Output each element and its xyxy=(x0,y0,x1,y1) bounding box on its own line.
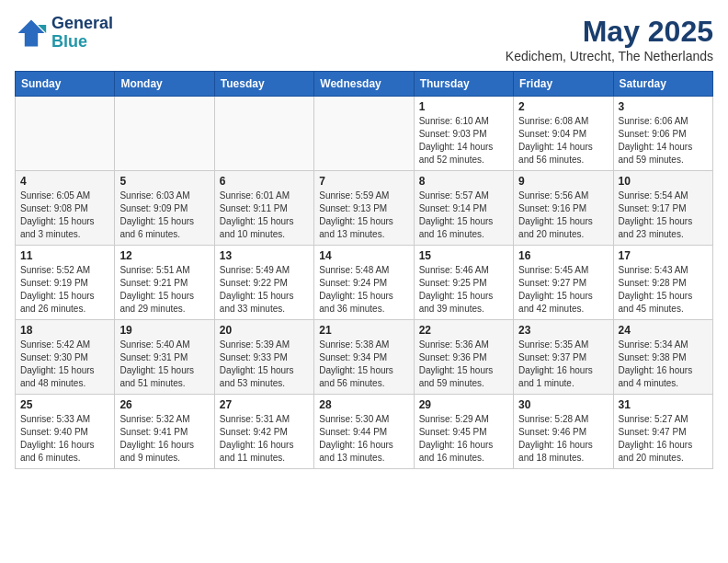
day-number: 23 xyxy=(518,324,608,337)
calendar-cell: 1Sunrise: 6:10 AM Sunset: 9:03 PM Daylig… xyxy=(414,97,513,171)
day-number: 6 xyxy=(220,175,309,188)
title-area: May 2025 Kedichem, Utrecht, The Netherla… xyxy=(506,15,713,63)
day-number: 21 xyxy=(319,324,408,337)
calendar-cell: 9Sunrise: 5:56 AM Sunset: 9:16 PM Daylig… xyxy=(514,171,613,246)
day-number: 29 xyxy=(419,398,508,411)
calendar-cell: 21Sunrise: 5:38 AM Sunset: 9:34 PM Dayli… xyxy=(314,320,414,395)
day-number: 24 xyxy=(619,324,708,337)
day-content: Sunrise: 5:51 AM Sunset: 9:21 PM Dayligh… xyxy=(119,264,209,316)
day-content: Sunrise: 5:43 AM Sunset: 9:28 PM Dayligh… xyxy=(619,264,708,316)
location: Kedichem, Utrecht, The Netherlands xyxy=(506,49,713,63)
calendar-cell: 31Sunrise: 5:27 AM Sunset: 9:47 PM Dayli… xyxy=(613,395,712,469)
day-number: 9 xyxy=(518,175,608,188)
day-number: 31 xyxy=(619,398,708,411)
calendar-cell: 29Sunrise: 5:29 AM Sunset: 9:45 PM Dayli… xyxy=(414,395,513,469)
day-content: Sunrise: 5:39 AM Sunset: 9:33 PM Dayligh… xyxy=(220,339,309,390)
day-number: 20 xyxy=(220,324,309,337)
calendar-cell: 2Sunrise: 6:08 AM Sunset: 9:04 PM Daylig… xyxy=(514,97,613,171)
calendar-cell: 30Sunrise: 5:28 AM Sunset: 9:46 PM Dayli… xyxy=(514,395,613,469)
day-number: 28 xyxy=(319,398,408,411)
calendar-week-row: 18Sunrise: 5:42 AM Sunset: 9:30 PM Dayli… xyxy=(16,320,713,395)
weekday-header: Sunday xyxy=(16,72,115,97)
day-number: 19 xyxy=(119,324,209,337)
day-content: Sunrise: 6:03 AM Sunset: 9:09 PM Dayligh… xyxy=(119,190,209,241)
calendar-cell: 28Sunrise: 5:30 AM Sunset: 9:44 PM Dayli… xyxy=(314,395,414,469)
day-content: Sunrise: 5:30 AM Sunset: 9:44 PM Dayligh… xyxy=(319,413,408,465)
day-content: Sunrise: 5:33 AM Sunset: 9:40 PM Dayligh… xyxy=(20,413,109,465)
day-number: 22 xyxy=(419,324,508,337)
calendar-cell: 16Sunrise: 5:45 AM Sunset: 9:27 PM Dayli… xyxy=(514,246,613,320)
calendar-cell: 19Sunrise: 5:40 AM Sunset: 9:31 PM Dayli… xyxy=(115,320,214,395)
calendar-cell: 4Sunrise: 6:05 AM Sunset: 9:08 PM Daylig… xyxy=(16,171,115,246)
weekday-header: Thursday xyxy=(414,72,513,97)
calendar-cell: 7Sunrise: 5:59 AM Sunset: 9:13 PM Daylig… xyxy=(314,171,414,246)
calendar-cell: 8Sunrise: 5:57 AM Sunset: 9:14 PM Daylig… xyxy=(414,171,513,246)
day-number: 4 xyxy=(20,175,109,188)
logo: General Blue xyxy=(15,15,113,52)
calendar-cell xyxy=(314,97,414,171)
calendar-cell xyxy=(16,97,115,171)
day-number: 5 xyxy=(119,175,209,188)
calendar-cell: 13Sunrise: 5:49 AM Sunset: 9:22 PM Dayli… xyxy=(214,246,313,320)
day-number: 26 xyxy=(119,398,209,411)
day-content: Sunrise: 5:54 AM Sunset: 9:17 PM Dayligh… xyxy=(619,190,708,241)
weekday-header-row: SundayMondayTuesdayWednesdayThursdayFrid… xyxy=(16,72,713,97)
day-content: Sunrise: 5:57 AM Sunset: 9:14 PM Dayligh… xyxy=(419,190,508,241)
calendar-cell: 12Sunrise: 5:51 AM Sunset: 9:21 PM Dayli… xyxy=(115,246,214,320)
calendar-cell: 6Sunrise: 6:01 AM Sunset: 9:11 PM Daylig… xyxy=(214,171,313,246)
day-number: 25 xyxy=(20,398,109,411)
page-header: General Blue May 2025 Kedichem, Utrecht,… xyxy=(15,15,713,63)
day-content: Sunrise: 6:10 AM Sunset: 9:03 PM Dayligh… xyxy=(419,115,508,167)
calendar-week-row: 11Sunrise: 5:52 AM Sunset: 9:19 PM Dayli… xyxy=(16,246,713,320)
day-content: Sunrise: 5:59 AM Sunset: 9:13 PM Dayligh… xyxy=(319,190,408,241)
calendar-cell xyxy=(115,97,214,171)
day-number: 3 xyxy=(619,100,708,113)
day-content: Sunrise: 5:27 AM Sunset: 9:47 PM Dayligh… xyxy=(619,413,708,465)
day-number: 13 xyxy=(220,249,309,262)
calendar-cell: 24Sunrise: 5:34 AM Sunset: 9:38 PM Dayli… xyxy=(613,320,712,395)
day-number: 30 xyxy=(518,398,608,411)
day-content: Sunrise: 5:46 AM Sunset: 9:25 PM Dayligh… xyxy=(419,264,508,316)
day-content: Sunrise: 5:52 AM Sunset: 9:19 PM Dayligh… xyxy=(20,264,109,316)
day-number: 8 xyxy=(419,175,508,188)
weekday-header: Wednesday xyxy=(314,72,414,97)
svg-marker-0 xyxy=(18,19,45,46)
day-content: Sunrise: 5:35 AM Sunset: 9:37 PM Dayligh… xyxy=(518,339,608,390)
day-content: Sunrise: 5:49 AM Sunset: 9:22 PM Dayligh… xyxy=(220,264,309,316)
day-content: Sunrise: 5:48 AM Sunset: 9:24 PM Dayligh… xyxy=(319,264,408,316)
calendar-cell: 20Sunrise: 5:39 AM Sunset: 9:33 PM Dayli… xyxy=(214,320,313,395)
day-number: 18 xyxy=(20,324,109,337)
calendar-cell: 25Sunrise: 5:33 AM Sunset: 9:40 PM Dayli… xyxy=(16,395,115,469)
day-number: 2 xyxy=(518,100,608,113)
day-number: 12 xyxy=(119,249,209,262)
calendar-cell: 15Sunrise: 5:46 AM Sunset: 9:25 PM Dayli… xyxy=(414,246,513,320)
day-number: 7 xyxy=(319,175,408,188)
day-number: 27 xyxy=(220,398,309,411)
calendar-cell: 10Sunrise: 5:54 AM Sunset: 9:17 PM Dayli… xyxy=(613,171,712,246)
calendar-cell: 27Sunrise: 5:31 AM Sunset: 9:42 PM Dayli… xyxy=(214,395,313,469)
day-content: Sunrise: 5:34 AM Sunset: 9:38 PM Dayligh… xyxy=(619,339,708,390)
calendar-cell: 18Sunrise: 5:42 AM Sunset: 9:30 PM Dayli… xyxy=(16,320,115,395)
day-content: Sunrise: 5:45 AM Sunset: 9:27 PM Dayligh… xyxy=(518,264,608,316)
calendar-cell: 5Sunrise: 6:03 AM Sunset: 9:09 PM Daylig… xyxy=(115,171,214,246)
month-title: May 2025 xyxy=(506,15,713,49)
day-content: Sunrise: 5:28 AM Sunset: 9:46 PM Dayligh… xyxy=(518,413,608,465)
logo-icon xyxy=(15,17,48,50)
logo-text: General Blue xyxy=(51,15,113,52)
calendar-cell: 26Sunrise: 5:32 AM Sunset: 9:41 PM Dayli… xyxy=(115,395,214,469)
day-number: 17 xyxy=(619,249,708,262)
day-content: Sunrise: 5:38 AM Sunset: 9:34 PM Dayligh… xyxy=(319,339,408,390)
day-content: Sunrise: 6:05 AM Sunset: 9:08 PM Dayligh… xyxy=(20,190,109,241)
day-content: Sunrise: 5:42 AM Sunset: 9:30 PM Dayligh… xyxy=(20,339,109,390)
day-content: Sunrise: 5:56 AM Sunset: 9:16 PM Dayligh… xyxy=(518,190,608,241)
day-content: Sunrise: 6:01 AM Sunset: 9:11 PM Dayligh… xyxy=(220,190,309,241)
day-content: Sunrise: 6:06 AM Sunset: 9:06 PM Dayligh… xyxy=(619,115,708,167)
day-number: 11 xyxy=(20,249,109,262)
day-number: 10 xyxy=(619,175,708,188)
weekday-header: Monday xyxy=(115,72,214,97)
calendar-week-row: 25Sunrise: 5:33 AM Sunset: 9:40 PM Dayli… xyxy=(16,395,713,469)
day-number: 16 xyxy=(518,249,608,262)
calendar-week-row: 4Sunrise: 6:05 AM Sunset: 9:08 PM Daylig… xyxy=(16,171,713,246)
calendar-week-row: 1Sunrise: 6:10 AM Sunset: 9:03 PM Daylig… xyxy=(16,97,713,171)
day-number: 1 xyxy=(419,100,508,113)
